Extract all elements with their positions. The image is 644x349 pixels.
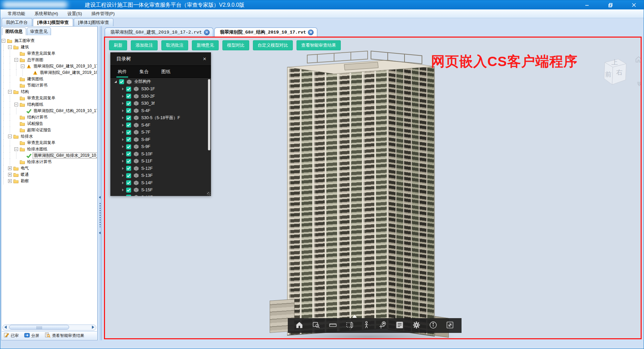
catalog-row[interactable]: S-16F <box>110 194 211 196</box>
expand-arrow-icon[interactable] <box>122 160 124 162</box>
expand-icon[interactable]: + <box>8 166 12 170</box>
catalog-row[interactable]: S30-1F <box>110 86 211 93</box>
expand-arrow-icon[interactable] <box>122 174 124 177</box>
status-button-2[interactable]: 查看智能审查结果 <box>45 332 84 339</box>
scroll-left-arrow-icon[interactable] <box>4 326 7 329</box>
collapse-icon[interactable]: − <box>8 45 12 49</box>
checkbox-checked[interactable] <box>126 159 131 164</box>
collapse-icon[interactable]: − <box>8 90 12 94</box>
tree-item[interactable]: −结构计算书 <box>2 114 97 120</box>
collapse-icon[interactable]: − <box>14 147 18 151</box>
checkbox-checked[interactable] <box>126 173 131 178</box>
checkbox-checked[interactable] <box>126 166 131 171</box>
doc-tab-close-icon[interactable]: ✕ <box>308 30 314 35</box>
expand-arrow-icon[interactable] <box>122 189 124 191</box>
menu-item-2[interactable]: 设置(S) <box>63 10 87 18</box>
menu-item-1[interactable]: 系统帮助(H) <box>30 10 63 18</box>
doc-tab-1[interactable]: 翡翠湖别院_G8#_结构_2019_10_17.rvt✕ <box>214 28 318 37</box>
measure-button[interactable] <box>327 320 338 331</box>
expand-arrow-icon[interactable] <box>122 102 124 105</box>
catalog-tab-2[interactable]: 图纸 <box>161 66 170 78</box>
tree-item[interactable]: −审查意见回复单 <box>2 50 97 57</box>
tree-item[interactable]: −试桩报告 <box>2 120 97 127</box>
checkbox-checked[interactable] <box>126 101 131 106</box>
expand-icon[interactable]: + <box>8 173 12 177</box>
tree-item[interactable]: −翡翠湖别院_G8#_给排水_2019_10_17 <box>2 152 97 159</box>
tree-item[interactable]: −建筑图纸 <box>2 76 97 82</box>
tree-item[interactable]: −结构 <box>2 89 97 95</box>
walkthrough-button[interactable] <box>361 320 372 331</box>
expand-arrow-icon[interactable] <box>122 109 124 112</box>
tree-item[interactable]: −总平面图 <box>2 57 97 63</box>
expand-arrow-icon[interactable] <box>122 124 124 127</box>
info-button[interactable] <box>427 320 439 331</box>
tree-item[interactable]: −翡翠湖别院_G8#_结构_2019_10_17.r <box>2 108 97 114</box>
checkbox-checked[interactable] <box>126 137 131 142</box>
catalog-row[interactable]: S-15F <box>110 187 211 194</box>
splitter-expand-icon[interactable] <box>99 232 101 234</box>
catalog-tab-0[interactable]: 构件 <box>118 66 127 78</box>
checkbox-checked[interactable] <box>126 151 131 156</box>
list-button[interactable] <box>394 320 406 331</box>
expand-arrow-icon[interactable] <box>122 167 124 170</box>
collapse-icon[interactable]: − <box>21 64 24 68</box>
tree-item[interactable]: −审查意见回复单 <box>2 140 97 146</box>
doc-tab-0[interactable]: 翡翠湖别院_G8#_建筑_2019_10_17-2.rvt✕ <box>105 28 213 37</box>
menu-item-0[interactable]: 常用功能 <box>3 10 30 18</box>
checkbox-checked[interactable] <box>126 180 131 185</box>
model-toolbar-button-2[interactable]: 取消批注 <box>161 40 188 50</box>
main-tab-2[interactable]: [单体1]图纸审查 <box>74 18 113 26</box>
catalog-row[interactable]: S30-2F <box>110 93 211 100</box>
tree-horizontal-scrollbar[interactable] <box>2 325 96 331</box>
settings-button[interactable] <box>411 320 422 331</box>
catalog-row[interactable]: S30_3f <box>110 100 211 107</box>
tree-item[interactable]: −审查意见回复单 <box>2 95 97 101</box>
home-button[interactable] <box>294 320 305 331</box>
catalog-row[interactable]: 全部构件 <box>110 78 211 86</box>
minimize-button[interactable] <box>582 1 592 9</box>
status-button-1[interactable]: 分屏 <box>24 333 39 339</box>
checkbox-checked[interactable] <box>126 122 131 128</box>
collapse-arrow-icon[interactable] <box>114 81 117 83</box>
expand-arrow-icon[interactable] <box>122 153 124 155</box>
catalog-resize-handle[interactable] <box>207 192 210 195</box>
tree-item[interactable]: −施工图审查 <box>2 38 97 44</box>
restore-button[interactable] <box>605 1 615 9</box>
expand-arrow-icon[interactable] <box>122 116 124 119</box>
collapse-icon[interactable]: − <box>8 135 12 138</box>
left-tab-1[interactable]: 审查意见 <box>27 28 51 35</box>
catalog-row[interactable]: S-6F <box>110 121 211 129</box>
view-cube-icon[interactable]: 上 前 右 <box>595 54 632 91</box>
expand-arrow-icon[interactable] <box>122 88 124 90</box>
view-cube[interactable]: 上 前 右 <box>595 54 642 97</box>
view-options-button[interactable] <box>636 81 642 88</box>
tree-item[interactable]: +暖通 <box>2 171 97 178</box>
left-tab-0[interactable]: 图纸信息 <box>2 28 26 35</box>
checkbox-checked[interactable] <box>126 188 131 193</box>
tree-item[interactable]: −翡翠湖别院_G8#_建筑_2019_10_1 <box>2 69 97 76</box>
catalog-close-icon[interactable]: × <box>203 56 206 62</box>
splitter-collapse-icon[interactable] <box>99 196 101 199</box>
catalog-row[interactable]: S-7F <box>110 129 211 136</box>
main-tab-1[interactable]: [单体1]模型审查 <box>33 18 73 26</box>
checkbox-checked[interactable] <box>126 94 131 99</box>
checkbox-checked[interactable] <box>126 195 131 196</box>
tree-item[interactable]: −翡翠湖别院_G8#_建筑_2019_10_17.r <box>2 63 97 69</box>
checkbox-checked[interactable] <box>126 130 131 135</box>
catalog-row[interactable]: S-13F <box>110 172 211 180</box>
status-button-0[interactable]: 已审 <box>4 332 19 339</box>
expand-icon[interactable]: + <box>8 179 12 183</box>
catalog-row[interactable]: S-8F <box>110 136 211 143</box>
scrollbar-thumb[interactable] <box>9 325 69 330</box>
main-tab-0[interactable]: 我的工作台 <box>2 18 32 26</box>
checkbox-checked[interactable] <box>126 115 131 120</box>
fullscreen-button[interactable] <box>444 320 455 331</box>
catalog-row[interactable]: S30-5（5-18平面）F <box>110 114 211 122</box>
tree-item[interactable]: −建筑 <box>2 44 97 50</box>
catalog-row[interactable]: S-14F <box>110 179 211 187</box>
tree-item[interactable]: +电气 <box>2 165 97 171</box>
model-viewport[interactable]: 刷新添加批注取消批注新增意见模型对比自定义模型对比查看智能审查结果 <box>104 37 642 339</box>
catalog-row[interactable]: S-12F <box>110 165 211 172</box>
zoom-area-button[interactable] <box>311 320 322 331</box>
location-button[interactable] <box>377 320 389 331</box>
